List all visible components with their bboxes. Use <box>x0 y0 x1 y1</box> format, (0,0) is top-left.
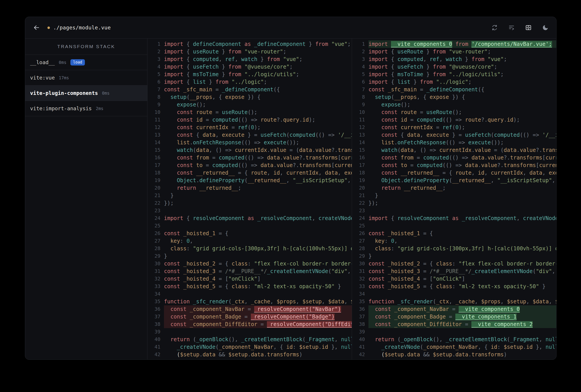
moon-icon <box>542 24 549 31</box>
line-number: 37 <box>148 313 164 320</box>
line-number: 34 <box>148 290 164 298</box>
plugin-time: 2ms <box>96 106 103 111</box>
code-line: 2import { useRoute } from "vue-router"; <box>148 48 352 56</box>
line-number: 42 <box>352 351 368 358</box>
dark-mode-button[interactable] <box>542 24 549 31</box>
line-number: 26 <box>352 230 368 237</box>
line-number: 41 <box>148 343 164 351</box>
code-line: 9 expose(); <box>148 101 352 108</box>
line-number: 25 <box>352 222 368 230</box>
code-text: import { useRoute } from "vue-router"; <box>164 48 352 56</box>
code-line: 26const _hoisted_1 = { <box>352 230 556 237</box>
code-text: const _component_DiffEditor = __vite_com… <box>368 320 556 328</box>
line-number: 31 <box>352 268 368 275</box>
code-text <box>368 290 556 298</box>
back-button[interactable] <box>33 24 40 32</box>
line-number: 21 <box>352 192 368 199</box>
line-number: 41 <box>352 343 368 351</box>
code-text: watch(data, () => currentIdx.value = (da… <box>164 146 352 154</box>
code-text: const from = computed(() => data.value?.… <box>164 154 352 162</box>
line-number: 12 <box>352 124 368 131</box>
code-line: 12 const currentIdx = ref(0); <box>148 124 352 131</box>
side-by-side-diff-button[interactable] <box>525 24 532 31</box>
line-number: 10 <box>148 108 164 116</box>
code-line: 29} <box>352 252 556 260</box>
code-line: 40 return (_openBlock(), _createElementB… <box>148 336 352 343</box>
code-line: 30const _hoisted_2 = { class: "flex flex… <box>352 260 556 268</box>
code-text: _createVNode(_component_NavBar, { id: $s… <box>368 343 556 351</box>
line-number: 19 <box>148 176 164 184</box>
code-line: 30const _hoisted_2 = { class: "flex flex… <box>148 260 352 268</box>
code-line: 34 <box>148 290 352 298</box>
code-line: 29} <box>148 252 352 260</box>
code-text: const _component_Badge = __vite_componen… <box>368 313 556 320</box>
line-number: 16 <box>352 154 368 162</box>
code-line: 18 const __returned__ = { route, id, cur… <box>148 169 352 176</box>
code-text: const { data, execute } = useFetch(compu… <box>368 131 556 139</box>
line-number: 36 <box>148 305 164 313</box>
code-line: 2import { useRoute } from "vue-router"; <box>352 48 556 56</box>
diff-panel-before[interactable]: 1import { defineComponent as _defineComp… <box>148 38 352 360</box>
code-line: 23 <box>352 207 556 214</box>
code-line: 24import { resolveComponent as _resolveC… <box>352 214 556 222</box>
code-text: import { useFetch } from "@vueuse/core"; <box>164 63 352 70</box>
code-text: const _component_Badge = _resolveCompone… <box>164 313 352 320</box>
code-text: key: 0, <box>368 237 556 245</box>
code-line: 35function _sfc_render(_ctx, _cache, $pr… <box>352 298 556 305</box>
code-line: 12 const currentIdx = ref(0); <box>352 124 556 131</box>
title-bar: ./pages/module.vue <box>25 17 556 38</box>
code-line: 28 class: "grid grid-cols-[300px,3fr] h-… <box>352 245 556 252</box>
line-number: 33 <box>148 283 164 290</box>
code-line: 8 setup(__props, { expose }) { <box>148 93 352 101</box>
code-line: 22}); <box>352 199 556 207</box>
stack-item-vite-vue[interactable]: vite:vue 17ms <box>25 70 147 86</box>
code-text: }); <box>368 199 556 207</box>
code-line: 3import { computed, ref, watch } from "v… <box>148 56 352 63</box>
plugin-name: vite-plugin-components <box>30 90 98 96</box>
code-text: setup(__props, { expose }) { <box>368 93 556 101</box>
line-number: 40 <box>148 336 164 343</box>
code-text: class: "grid grid-cols-[300px,3fr] h-[ca… <box>368 245 556 252</box>
line-number: 14 <box>148 139 164 146</box>
stack-item-load[interactable]: __load__ 0ms load <box>25 55 147 70</box>
line-number: 3 <box>148 56 164 63</box>
code-line: 32const _hoisted_4 = ["onClick"] <box>148 275 352 283</box>
plugin-name: vite:import-analysis <box>30 106 92 111</box>
code-text: return (_openBlock(), _createElementBloc… <box>368 336 556 343</box>
code-text: const _hoisted_5 = { class: "ml-2 text-x… <box>164 283 352 290</box>
refresh-icon <box>491 24 498 31</box>
code-line: 28 class: "grid grid-cols-[300px,3fr] h-… <box>148 245 352 252</box>
code-line: 14 list.onFetchResponse(() => execute())… <box>352 139 556 146</box>
line-number: 4 <box>352 63 368 70</box>
stack-item-vite-plugin-components[interactable]: vite-plugin-components 0ms <box>25 86 147 101</box>
code-text: import { computed, ref, watch } from "vu… <box>164 56 352 63</box>
line-number: 6 <box>352 78 368 86</box>
toggle-one-column-button[interactable] <box>508 24 515 31</box>
code-text: import { list } from "../logic"; <box>164 78 352 86</box>
line-number: 30 <box>148 260 164 268</box>
code-line: 16 const from = computed(() => data.valu… <box>148 154 352 162</box>
code-text: } <box>164 192 352 199</box>
code-line: 7const _sfc_main = _defineComponent({ <box>148 86 352 93</box>
code-line: 13 const { data, execute } = useFetch(co… <box>352 131 556 139</box>
line-number: 28 <box>352 245 368 252</box>
code-text: const { data, execute } = useFetch(compu… <box>164 131 352 139</box>
code-text: import { useFetch } from "@vueuse/core"; <box>368 63 556 70</box>
code-text: const currentIdx = ref(0); <box>164 124 352 131</box>
refresh-button[interactable] <box>491 24 498 31</box>
line-number: 18 <box>148 169 164 176</box>
line-number: 17 <box>148 162 164 169</box>
code-line: 34 <box>352 290 556 298</box>
diff-panel-after[interactable]: 1import __vite_components_0 from '/compo… <box>352 38 556 360</box>
line-number: 22 <box>148 199 164 207</box>
code-text: ($setup.data && $setup.data.transforms) <box>164 351 352 358</box>
stack-item-vite-import-analysis[interactable]: vite:import-analysis 2ms <box>25 101 147 116</box>
code-text: const _component_NavBar = _resolveCompon… <box>164 305 352 313</box>
code-line: 5import { msToTime } from "../logic/util… <box>148 70 352 78</box>
line-number: 38 <box>148 320 164 328</box>
line-number: 20 <box>148 184 164 192</box>
code-text: class: "grid grid-cols-[300px,3fr] h-[ca… <box>164 245 352 252</box>
code-text: const id = computed(() => route?.query.i… <box>368 116 556 124</box>
line-number: 29 <box>148 252 164 260</box>
diff-view: 1import { defineComponent as _defineComp… <box>148 38 556 360</box>
